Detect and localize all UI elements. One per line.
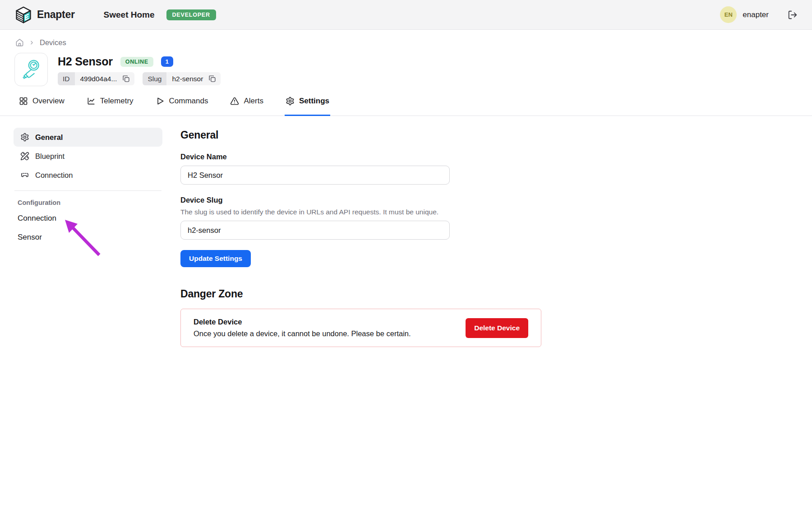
tab-label: Alerts	[244, 97, 263, 106]
home-icon[interactable]	[15, 38, 24, 47]
sidebar-item-config-sensor[interactable]: Sensor	[14, 228, 162, 247]
logout-button[interactable]	[788, 10, 798, 20]
sidebar-section-title: Configuration	[14, 198, 162, 209]
developer-badge: DEVELOPER	[166, 9, 216, 20]
tab-commands[interactable]: Commands	[155, 96, 209, 116]
delete-device-card-title: Delete Device	[194, 318, 411, 326]
device-meta: H2 Sensor ONLINE 1 ID 499d04a4... Slu	[58, 53, 221, 86]
tab-telemetry[interactable]: Telemetry	[86, 96, 134, 116]
alert-count-badge[interactable]: 1	[161, 56, 173, 67]
tab-label: Telemetry	[100, 97, 134, 106]
settings-main: General Device Name Device Slug The slug…	[180, 128, 541, 347]
ethernet-port-icon	[20, 171, 29, 180]
online-status-badge: ONLINE	[120, 57, 153, 67]
app-header: Enapter Sweet Home DEVELOPER EN enapter	[0, 0, 812, 30]
copy-slug-button[interactable]	[208, 75, 221, 83]
device-avatar	[14, 53, 48, 86]
user-name: enapter	[743, 10, 769, 19]
device-name-field-group: Device Name	[180, 153, 541, 185]
sidebar-item-label: Blueprint	[35, 152, 65, 161]
copy-icon	[208, 75, 216, 83]
user-avatar[interactable]: EN	[720, 6, 737, 23]
line-chart-icon	[87, 97, 96, 106]
settings-content: General Blueprint Connection	[0, 116, 812, 347]
grid-icon	[19, 97, 28, 106]
device-name-field-label: Device Name	[180, 153, 541, 161]
sidebar-item-general[interactable]: General	[14, 128, 162, 147]
device-slug-label: Slug	[143, 72, 166, 85]
gauge-sensor-icon	[20, 58, 42, 81]
device-slug-chip: Slug h2-sensor	[143, 72, 221, 85]
sidebar-item-blueprint[interactable]: Blueprint	[14, 147, 162, 166]
delete-device-card: Delete Device Once you delete a device, …	[180, 309, 541, 347]
pencil-ruler-icon	[20, 152, 29, 161]
workspace-name[interactable]: Sweet Home	[104, 10, 155, 20]
logout-icon	[788, 10, 798, 20]
device-tab-bar: Overview Telemetry Commands Alerts	[0, 96, 812, 116]
danger-zone-title: Danger Zone	[180, 288, 541, 300]
device-slug-field-group: Device Slug The slug is used to identify…	[180, 196, 541, 240]
play-icon	[156, 97, 165, 106]
sidebar-item-label: Connection	[35, 171, 73, 180]
delete-device-button[interactable]: Delete Device	[466, 318, 528, 338]
breadcrumb-devices-link[interactable]: Devices	[40, 38, 66, 47]
device-header: H2 Sensor ONLINE 1 ID 499d04a4... Slu	[0, 47, 812, 86]
tab-label: Settings	[299, 97, 329, 106]
device-slug-help-text: The slug is used to identify the device …	[180, 208, 541, 216]
general-section-title: General	[180, 129, 541, 141]
device-name-input[interactable]	[180, 166, 450, 185]
brand[interactable]: Enapter	[14, 6, 75, 24]
device-slug-value: h2-sensor	[166, 75, 208, 83]
device-id-label: ID	[58, 72, 75, 85]
user-menu[interactable]: EN enapter	[720, 6, 769, 23]
sidebar-divider	[14, 190, 161, 191]
brand-name: Enapter	[37, 9, 75, 21]
device-slug-field-label: Device Slug	[180, 196, 541, 204]
copy-icon	[122, 75, 130, 83]
settings-sidebar: General Blueprint Connection	[14, 128, 162, 347]
update-settings-button[interactable]: Update Settings	[180, 250, 251, 267]
delete-device-card-body: Delete Device Once you delete a device, …	[194, 318, 411, 338]
device-title: H2 Sensor	[58, 55, 113, 68]
tab-overview[interactable]: Overview	[18, 96, 65, 116]
copy-id-button[interactable]	[122, 75, 134, 83]
enapter-logo-icon	[14, 6, 32, 24]
sidebar-item-label: General	[35, 133, 63, 142]
warning-triangle-icon	[230, 97, 239, 106]
device-slug-input[interactable]	[180, 221, 450, 240]
gear-icon	[20, 133, 29, 142]
delete-device-card-text: Once you delete a device, it cannot be u…	[194, 329, 411, 338]
sidebar-item-config-connection[interactable]: Connection	[14, 209, 162, 228]
breadcrumb: Devices	[0, 30, 812, 47]
breadcrumb-chevron-icon	[29, 40, 35, 46]
gear-icon	[286, 97, 295, 106]
tab-label: Overview	[32, 97, 65, 106]
sidebar-item-connection[interactable]: Connection	[14, 166, 162, 185]
tab-label: Commands	[169, 97, 208, 106]
tab-settings[interactable]: Settings	[285, 96, 330, 116]
device-id-chip: ID 499d04a4...	[58, 72, 134, 85]
device-id-value: 499d04a4...	[75, 75, 123, 83]
tab-alerts[interactable]: Alerts	[229, 96, 264, 116]
